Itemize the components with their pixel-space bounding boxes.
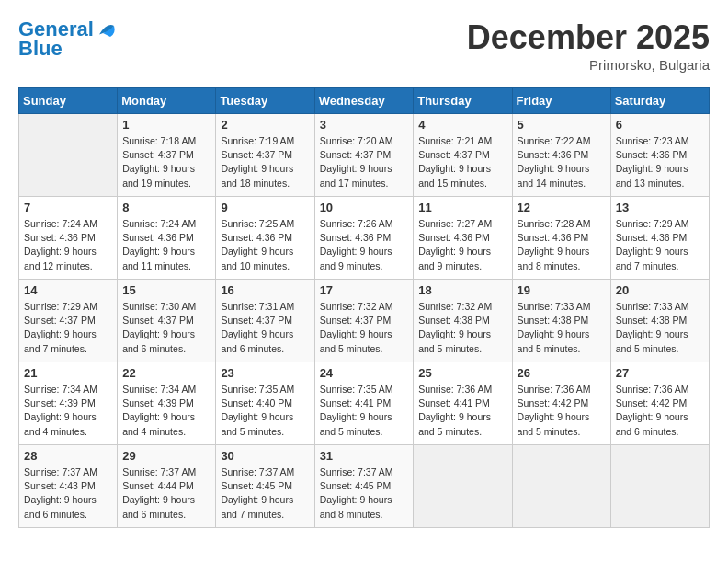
day-number: 14 xyxy=(24,283,112,297)
day-cell: 29Sunrise: 7:37 AMSunset: 4:44 PMDayligh… xyxy=(118,445,216,528)
day-number: 3 xyxy=(320,118,409,132)
day-cell: 18Sunrise: 7:32 AMSunset: 4:38 PMDayligh… xyxy=(414,280,512,362)
day-number: 25 xyxy=(418,366,506,380)
day-cell: 12Sunrise: 7:28 AMSunset: 4:36 PMDayligh… xyxy=(512,197,610,280)
day-info: Sunrise: 7:22 AMSunset: 4:36 PMDaylight:… xyxy=(518,134,606,190)
day-cell: 28Sunrise: 7:37 AMSunset: 4:43 PMDayligh… xyxy=(19,445,118,528)
day-number: 26 xyxy=(518,366,606,380)
day-info: Sunrise: 7:33 AMSunset: 4:38 PMDaylight:… xyxy=(518,300,606,356)
day-cell: 26Sunrise: 7:36 AMSunset: 4:42 PMDayligh… xyxy=(512,362,610,445)
day-number: 15 xyxy=(122,283,210,297)
day-number: 4 xyxy=(418,118,506,132)
day-cell: 4Sunrise: 7:21 AMSunset: 4:37 PMDaylight… xyxy=(414,114,512,197)
calendar-table: SundayMondayTuesdayWednesdayThursdayFrid… xyxy=(18,87,710,528)
day-cell: 30Sunrise: 7:37 AMSunset: 4:45 PMDayligh… xyxy=(216,445,314,528)
day-info: Sunrise: 7:25 AMSunset: 4:36 PMDaylight:… xyxy=(221,217,309,273)
day-cell xyxy=(610,445,709,528)
day-cell: 7Sunrise: 7:24 AMSunset: 4:36 PMDaylight… xyxy=(19,197,118,280)
day-number: 31 xyxy=(320,449,409,463)
day-cell: 21Sunrise: 7:34 AMSunset: 4:39 PMDayligh… xyxy=(19,362,118,445)
day-info: Sunrise: 7:28 AMSunset: 4:36 PMDaylight:… xyxy=(518,217,606,273)
day-info: Sunrise: 7:35 AMSunset: 4:40 PMDaylight:… xyxy=(221,383,309,439)
day-cell xyxy=(414,445,512,528)
day-number: 12 xyxy=(518,201,606,214)
day-number: 28 xyxy=(24,449,112,463)
day-number: 27 xyxy=(616,366,704,380)
day-number: 9 xyxy=(221,201,309,214)
day-number: 17 xyxy=(320,283,409,297)
day-cell: 10Sunrise: 7:26 AMSunset: 4:36 PMDayligh… xyxy=(314,197,414,280)
day-info: Sunrise: 7:34 AMSunset: 4:39 PMDaylight:… xyxy=(122,383,210,439)
day-info: Sunrise: 7:21 AMSunset: 4:37 PMDaylight:… xyxy=(418,134,506,190)
day-number: 24 xyxy=(320,366,409,380)
day-cell: 9Sunrise: 7:25 AMSunset: 4:36 PMDaylight… xyxy=(216,197,314,280)
day-info: Sunrise: 7:33 AMSunset: 4:38 PMDaylight:… xyxy=(616,300,704,356)
day-cell: 8Sunrise: 7:24 AMSunset: 4:36 PMDaylight… xyxy=(118,197,216,280)
day-info: Sunrise: 7:18 AMSunset: 4:37 PMDaylight:… xyxy=(122,134,210,190)
day-info: Sunrise: 7:32 AMSunset: 4:38 PMDaylight:… xyxy=(418,300,506,356)
day-info: Sunrise: 7:37 AMSunset: 4:45 PMDaylight:… xyxy=(320,465,409,522)
week-row-3: 14Sunrise: 7:29 AMSunset: 4:37 PMDayligh… xyxy=(19,280,710,362)
day-info: Sunrise: 7:36 AMSunset: 4:42 PMDaylight:… xyxy=(616,383,704,439)
day-number: 18 xyxy=(418,283,506,297)
day-number: 21 xyxy=(24,366,112,380)
day-cell: 14Sunrise: 7:29 AMSunset: 4:37 PMDayligh… xyxy=(19,280,118,362)
location: Primorsko, Bulgaria xyxy=(467,57,710,73)
day-info: Sunrise: 7:36 AMSunset: 4:42 PMDaylight:… xyxy=(518,383,606,439)
day-number: 11 xyxy=(418,201,506,214)
day-cell: 5Sunrise: 7:22 AMSunset: 4:36 PMDaylight… xyxy=(512,114,610,197)
day-cell: 13Sunrise: 7:29 AMSunset: 4:36 PMDayligh… xyxy=(610,197,709,280)
day-info: Sunrise: 7:32 AMSunset: 4:37 PMDaylight:… xyxy=(320,300,409,356)
header-tuesday: Tuesday xyxy=(216,88,314,114)
day-number: 29 xyxy=(122,449,210,463)
day-cell: 25Sunrise: 7:36 AMSunset: 4:41 PMDayligh… xyxy=(414,362,512,445)
day-info: Sunrise: 7:37 AMSunset: 4:43 PMDaylight:… xyxy=(24,465,112,522)
day-info: Sunrise: 7:35 AMSunset: 4:41 PMDaylight:… xyxy=(320,383,409,439)
day-info: Sunrise: 7:23 AMSunset: 4:36 PMDaylight:… xyxy=(616,134,704,190)
day-info: Sunrise: 7:29 AMSunset: 4:36 PMDaylight:… xyxy=(616,217,704,273)
day-number: 2 xyxy=(221,118,309,132)
day-cell: 31Sunrise: 7:37 AMSunset: 4:45 PMDayligh… xyxy=(314,445,414,528)
day-info: Sunrise: 7:36 AMSunset: 4:41 PMDaylight:… xyxy=(418,383,506,439)
day-cell: 2Sunrise: 7:19 AMSunset: 4:37 PMDaylight… xyxy=(216,114,314,197)
day-number: 7 xyxy=(24,201,112,214)
day-info: Sunrise: 7:24 AMSunset: 4:36 PMDaylight:… xyxy=(122,217,210,273)
day-cell xyxy=(512,445,610,528)
day-info: Sunrise: 7:34 AMSunset: 4:39 PMDaylight:… xyxy=(24,383,112,439)
logo: General Blue xyxy=(18,18,118,61)
day-info: Sunrise: 7:37 AMSunset: 4:45 PMDaylight:… xyxy=(221,465,309,522)
header-wednesday: Wednesday xyxy=(314,88,414,114)
header-saturday: Saturday xyxy=(610,88,709,114)
day-number: 19 xyxy=(518,283,606,297)
day-info: Sunrise: 7:30 AMSunset: 4:37 PMDaylight:… xyxy=(122,300,210,356)
day-cell: 17Sunrise: 7:32 AMSunset: 4:37 PMDayligh… xyxy=(314,280,414,362)
day-info: Sunrise: 7:24 AMSunset: 4:36 PMDaylight:… xyxy=(24,217,112,273)
day-info: Sunrise: 7:37 AMSunset: 4:44 PMDaylight:… xyxy=(122,465,210,522)
page-header: General Blue December 2025 Primorsko, Bu… xyxy=(18,18,710,73)
header-thursday: Thursday xyxy=(414,88,512,114)
day-cell: 24Sunrise: 7:35 AMSunset: 4:41 PMDayligh… xyxy=(314,362,414,445)
day-cell: 3Sunrise: 7:20 AMSunset: 4:37 PMDaylight… xyxy=(314,114,414,197)
week-row-1: 1Sunrise: 7:18 AMSunset: 4:37 PMDaylight… xyxy=(19,114,710,197)
day-number: 10 xyxy=(320,201,409,214)
logo-icon xyxy=(96,18,118,40)
day-number: 16 xyxy=(221,283,309,297)
week-row-5: 28Sunrise: 7:37 AMSunset: 4:43 PMDayligh… xyxy=(19,445,710,528)
day-number: 13 xyxy=(616,201,704,214)
day-number: 22 xyxy=(122,366,210,380)
day-number: 8 xyxy=(122,201,210,214)
day-cell: 15Sunrise: 7:30 AMSunset: 4:37 PMDayligh… xyxy=(118,280,216,362)
day-cell: 16Sunrise: 7:31 AMSunset: 4:37 PMDayligh… xyxy=(216,280,314,362)
header-monday: Monday xyxy=(118,88,216,114)
day-cell: 19Sunrise: 7:33 AMSunset: 4:38 PMDayligh… xyxy=(512,280,610,362)
day-info: Sunrise: 7:20 AMSunset: 4:37 PMDaylight:… xyxy=(320,134,409,190)
day-number: 1 xyxy=(122,118,210,132)
title-block: December 2025 Primorsko, Bulgaria xyxy=(467,18,710,73)
day-number: 5 xyxy=(518,118,606,132)
day-cell: 11Sunrise: 7:27 AMSunset: 4:36 PMDayligh… xyxy=(414,197,512,280)
day-cell: 1Sunrise: 7:18 AMSunset: 4:37 PMDaylight… xyxy=(118,114,216,197)
day-cell: 20Sunrise: 7:33 AMSunset: 4:38 PMDayligh… xyxy=(610,280,709,362)
header-sunday: Sunday xyxy=(19,88,118,114)
day-info: Sunrise: 7:27 AMSunset: 4:36 PMDaylight:… xyxy=(418,217,506,273)
day-info: Sunrise: 7:26 AMSunset: 4:36 PMDaylight:… xyxy=(320,217,409,273)
